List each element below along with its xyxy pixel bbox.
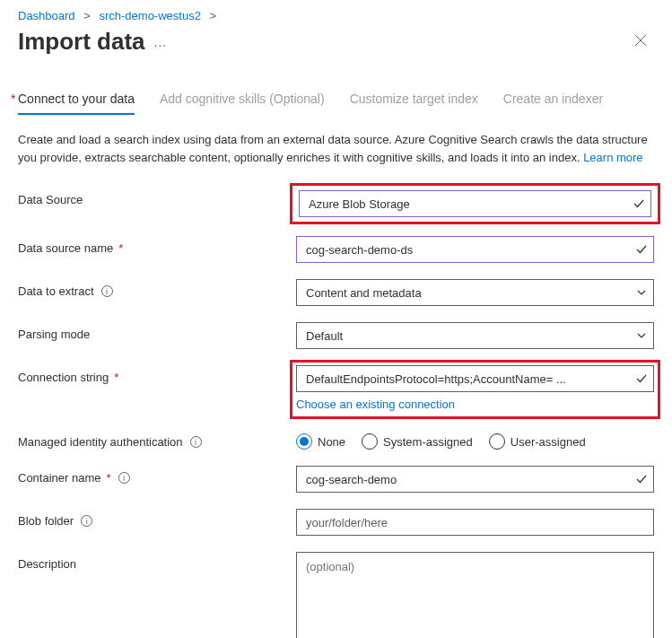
parsing-mode-value: Default — [296, 322, 654, 349]
parsing-mode-select[interactable]: Default — [296, 322, 654, 349]
choose-existing-connection-link[interactable]: Choose an existing connection — [296, 398, 455, 411]
label-blob-folder: Blob folder — [18, 514, 74, 528]
wizard-tabs: * Connect to your data Add cognitive ski… — [18, 92, 654, 115]
radio-label: None — [318, 435, 345, 449]
data-to-extract-select[interactable]: Content and metadata — [296, 279, 654, 306]
managed-identity-radio-group: None System-assigned User-assigned — [296, 430, 654, 450]
breadcrumb-link-dashboard[interactable]: Dashboard — [18, 9, 75, 22]
info-icon[interactable]: i — [101, 285, 113, 297]
page-title: Import data — [18, 28, 145, 56]
required-indicator: * — [11, 92, 15, 106]
chevron-right-icon: > — [210, 9, 217, 22]
chevron-right-icon: > — [83, 9, 91, 22]
radio-icon — [489, 433, 505, 450]
label-container-name: Container name — [18, 471, 101, 485]
highlight-connection-string: Choose an existing connection — [290, 360, 660, 419]
radio-label: User-assigned — [511, 435, 586, 449]
data-source-name-input-wrap — [296, 236, 654, 263]
data-to-extract-value: Content and metadata — [296, 279, 654, 306]
learn-more-link[interactable]: Learn more — [583, 151, 642, 164]
required-indicator: * — [114, 371, 118, 384]
data-source-select[interactable]: Azure Blob Storage — [299, 190, 651, 217]
radio-none[interactable]: None — [296, 433, 345, 450]
tab-connect-data[interactable]: * Connect to your data — [18, 92, 135, 115]
label-data-to-extract: Data to extract — [18, 284, 94, 298]
blob-folder-input[interactable] — [296, 509, 654, 536]
container-name-input-wrap — [296, 466, 654, 493]
tab-label: Connect to your data — [18, 92, 135, 106]
page-header: Import data ··· — [18, 28, 654, 56]
data-source-value: Azure Blob Storage — [299, 190, 651, 217]
tab-cognitive-skills[interactable]: Add cognitive skills (Optional) — [160, 92, 325, 115]
description-textarea[interactable] — [296, 552, 654, 638]
connection-string-input[interactable] — [296, 365, 654, 392]
radio-user-assigned[interactable]: User-assigned — [489, 433, 586, 450]
container-name-input[interactable] — [296, 466, 654, 493]
info-icon[interactable]: i — [81, 515, 92, 527]
label-description: Description — [18, 557, 76, 571]
radio-label: System-assigned — [383, 435, 473, 449]
close-button[interactable] — [627, 31, 654, 54]
intro-body: Create and load a search index using dat… — [18, 133, 648, 164]
radio-system-assigned[interactable]: System-assigned — [362, 433, 473, 450]
highlight-data-source: Azure Blob Storage — [290, 183, 660, 224]
label-parsing-mode: Parsing mode — [18, 328, 90, 341]
blob-folder-input-wrap — [296, 509, 654, 536]
label-data-source: Data Source — [18, 193, 83, 206]
tab-create-indexer[interactable]: Create an indexer — [503, 92, 603, 115]
info-icon[interactable]: i — [190, 436, 202, 448]
tab-customize-index[interactable]: Customize target index — [350, 92, 478, 115]
required-indicator: * — [107, 471, 111, 485]
radio-icon — [296, 433, 312, 450]
label-managed-identity: Managed identity authentication — [18, 435, 183, 449]
more-icon[interactable]: ··· — [154, 38, 168, 52]
breadcrumb: Dashboard > srch-demo-westus2 > — [18, 9, 654, 22]
label-connection-string: Connection string — [18, 371, 109, 384]
breadcrumb-link-resource[interactable]: srch-demo-westus2 — [99, 9, 200, 22]
intro-text: Create and load a search index using dat… — [18, 131, 654, 166]
info-icon[interactable]: i — [118, 472, 130, 484]
data-source-name-input[interactable] — [296, 236, 654, 263]
label-data-source-name: Data source name — [18, 241, 113, 255]
radio-icon — [362, 433, 378, 450]
required-indicator: * — [118, 241, 123, 255]
connection-string-input-wrap — [296, 365, 654, 392]
close-icon — [634, 34, 647, 47]
